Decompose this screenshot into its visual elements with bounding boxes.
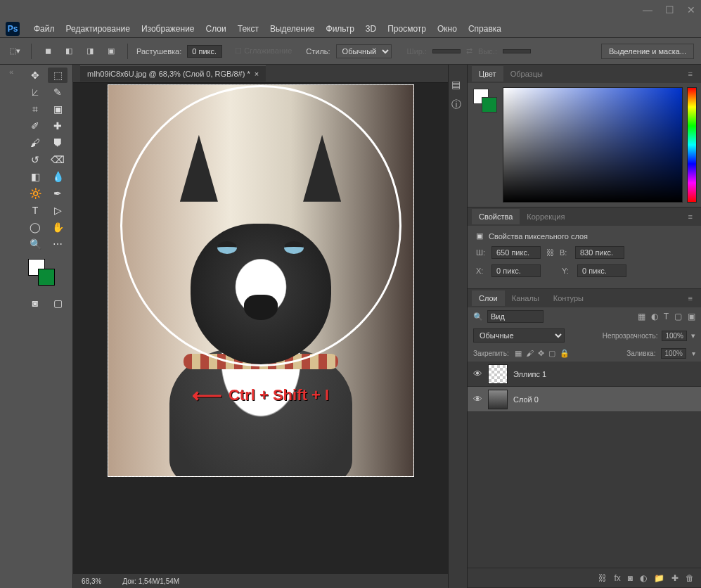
minimize-button[interactable]: — — [643, 4, 652, 15]
menu-view[interactable]: Просмотр — [382, 21, 432, 37]
layer-filter-input[interactable] — [487, 310, 544, 323]
color-field[interactable] — [503, 87, 683, 203]
hue-slider[interactable] — [687, 87, 697, 203]
healing-tool[interactable]: ✚ — [48, 118, 67, 134]
color-swatch-pair[interactable] — [472, 87, 499, 203]
fx-icon[interactable]: fx — [614, 573, 620, 583]
panel-menu-icon[interactable]: ≡ — [684, 294, 697, 302]
zoom-tool[interactable]: 🔍 — [25, 236, 45, 252]
filter-shape-icon[interactable]: ▢ — [674, 312, 682, 321]
mask-icon[interactable]: ◙ — [628, 573, 633, 583]
link-layers-icon[interactable]: ⛓ — [598, 573, 607, 583]
type-tool[interactable]: T — [25, 203, 45, 218]
blur-tool[interactable]: 💧 — [48, 169, 67, 184]
tab-adjustments[interactable]: Коррекция — [520, 209, 572, 224]
lock-artboard-icon[interactable]: ▢ — [548, 349, 555, 358]
subtract-selection-icon[interactable]: ◨ — [82, 44, 98, 58]
dodge-tool[interactable]: 🔆 — [25, 186, 45, 201]
filter-type-icon[interactable]: T — [664, 312, 669, 321]
fill-value[interactable]: 100% — [661, 348, 686, 359]
height-value[interactable]: 830 пикс. — [575, 246, 624, 259]
color-swatches[interactable] — [25, 259, 69, 287]
background-swatch[interactable] — [38, 269, 55, 286]
filter-pixel-icon[interactable]: ▦ — [638, 312, 645, 321]
eraser-tool[interactable]: ⌫ — [48, 152, 67, 167]
menu-help[interactable]: Справка — [463, 21, 507, 37]
lock-paint-icon[interactable]: 🖌 — [526, 349, 534, 358]
layer-row[interactable]: 👁 Слой 0 — [468, 387, 701, 412]
menu-select[interactable]: Выделение — [264, 21, 321, 37]
visibility-icon[interactable]: 👁 — [473, 394, 482, 404]
menu-3d[interactable]: 3D — [360, 21, 382, 37]
x-value[interactable]: 0 пикс. — [491, 264, 541, 277]
adjustment-icon[interactable]: ◐ — [640, 573, 647, 583]
layer-thumbnail[interactable] — [488, 364, 508, 384]
blend-mode-select[interactable]: Обычные — [473, 328, 565, 343]
visibility-icon[interactable]: 👁 — [473, 369, 482, 379]
path-select-tool[interactable]: ▷ — [48, 203, 67, 218]
marquee-tool-icon[interactable]: ⬚▾ — [7, 44, 22, 58]
crop-tool[interactable]: ⌗ — [25, 101, 45, 117]
menu-edit[interactable]: Редактирование — [60, 21, 136, 37]
panel-menu-icon[interactable]: ≡ — [684, 70, 697, 78]
menu-file[interactable]: Файл — [28, 21, 60, 37]
stamp-tool[interactable]: ⛊ — [48, 135, 67, 151]
link-wh-icon[interactable]: ⛓ — [546, 248, 554, 257]
layer-name[interactable]: Слой 0 — [513, 395, 539, 404]
lasso-tool[interactable]: ⟀ — [25, 84, 45, 100]
lock-all-icon[interactable]: 🔒 — [560, 349, 570, 358]
lock-position-icon[interactable]: ✥ — [538, 349, 544, 358]
close-button[interactable]: ✕ — [687, 4, 695, 15]
marquee-tool[interactable]: ⬚ — [48, 68, 67, 83]
gradient-tool[interactable]: ◧ — [25, 169, 45, 184]
shape-tool[interactable]: ◯ — [25, 219, 45, 235]
history-panel-icon[interactable]: ▤ — [451, 79, 464, 91]
maximize-button[interactable]: ☐ — [665, 4, 674, 15]
bg-swatch[interactable] — [482, 97, 497, 113]
opacity-value[interactable]: 100% — [662, 331, 687, 341]
canvas-viewport[interactable]: ⟵ Ctrl + Shift + I — [73, 83, 448, 574]
tab-color[interactable]: Цвет — [472, 66, 503, 82]
filter-smart-icon[interactable]: ▣ — [688, 312, 695, 321]
menu-filter[interactable]: Фильтр — [321, 21, 360, 37]
layer-name[interactable]: Эллипс 1 — [513, 370, 546, 378]
menu-type[interactable]: Текст — [232, 21, 264, 37]
menu-image[interactable]: Изображение — [136, 21, 200, 37]
menu-window[interactable]: Окно — [432, 21, 463, 37]
info-panel-icon[interactable]: ⓘ — [451, 98, 464, 111]
menu-layer[interactable]: Слои — [200, 21, 232, 37]
y-value[interactable]: 0 пикс. — [577, 264, 626, 277]
layer-row[interactable]: 👁 Эллипс 1 — [468, 362, 701, 387]
screen-mode-icon[interactable]: ▢ — [48, 295, 67, 311]
tab-properties[interactable]: Свойства — [472, 209, 520, 224]
hand-tool[interactable]: ✋ — [48, 219, 67, 235]
extra-tool[interactable]: ⋯ — [48, 236, 67, 252]
new-layer-icon[interactable]: ✚ — [671, 573, 679, 583]
expand-icon[interactable]: « — [9, 68, 13, 76]
layer-thumbnail[interactable] — [488, 390, 508, 409]
frame-tool[interactable]: ▣ — [48, 101, 67, 117]
lock-pixels-icon[interactable]: ▦ — [515, 349, 522, 358]
document-tab[interactable]: mIh09iC8x6U.jpg @ 68,3% (Слой 0, RGB/8#)… — [80, 65, 266, 82]
tab-paths[interactable]: Контуры — [546, 290, 591, 306]
pen-tool[interactable]: ✒ — [48, 186, 67, 201]
tab-channels[interactable]: Каналы — [505, 290, 546, 306]
tab-layers[interactable]: Слои — [472, 290, 505, 306]
intersect-selection-icon[interactable]: ▣ — [103, 44, 119, 58]
move-tool[interactable]: ✥ — [25, 68, 45, 83]
eyedropper-tool[interactable]: ✐ — [25, 118, 45, 134]
delete-layer-icon[interactable]: 🗑 — [686, 573, 694, 583]
filter-adjust-icon[interactable]: ◐ — [651, 312, 658, 321]
select-and-mask-button[interactable]: Выделение и маска... — [601, 44, 694, 59]
tab-swatches[interactable]: Образцы — [503, 66, 550, 82]
canvas[interactable]: ⟵ Ctrl + Shift + I — [108, 84, 414, 477]
panel-menu-icon[interactable]: ≡ — [684, 212, 697, 221]
quick-select-tool[interactable]: ✎ — [48, 84, 67, 100]
add-selection-icon[interactable]: ◧ — [61, 44, 77, 58]
brush-tool[interactable]: 🖌 — [25, 135, 45, 151]
status-zoom[interactable]: 68,3% — [82, 577, 101, 585]
style-select[interactable]: Обычный — [336, 44, 392, 58]
feather-input[interactable]: 0 пикс. — [187, 45, 222, 58]
quick-mask-icon[interactable]: ◙ — [25, 295, 45, 311]
history-brush-tool[interactable]: ↺ — [25, 152, 45, 167]
